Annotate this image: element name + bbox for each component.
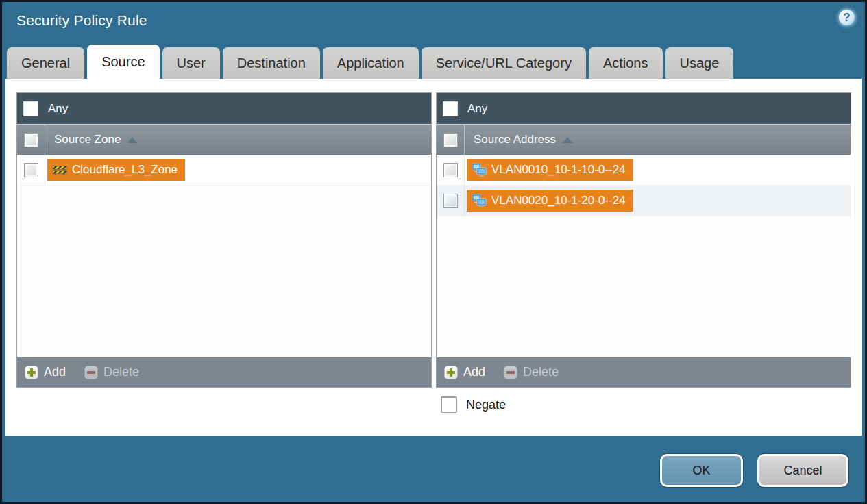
address-chip[interactable]: VLAN0020_10-1-20-0--24 <box>467 190 633 212</box>
add-label: Add <box>463 365 485 379</box>
source-zone-toolbar: Add Delete <box>17 357 431 387</box>
source-tab-content: Any Source Zone <box>5 79 862 436</box>
add-plus-icon <box>444 366 458 379</box>
table-row: VLAN0020_10-1-20-0--24 <box>437 186 851 216</box>
address-name: VLAN0020_10-1-20-0--24 <box>491 194 626 207</box>
address-icon <box>472 163 487 177</box>
zone-icon <box>52 164 67 176</box>
source-address-any-checkbox[interactable] <box>443 101 458 116</box>
zone-chip[interactable]: Cloudflare_L3_Zone <box>47 159 185 181</box>
source-zone-list: Cloudflare_L3_Zone <box>17 155 431 357</box>
delete-button[interactable]: Delete <box>504 365 559 379</box>
source-address-panel: Any Source Address <box>436 92 851 388</box>
source-zone-any-header: Any <box>17 93 431 124</box>
security-policy-rule-dialog: Security Policy Rule ? General Source Us… <box>0 0 867 504</box>
source-address-any-label: Any <box>467 102 487 116</box>
source-zone-column-title[interactable]: Source Zone <box>54 133 121 147</box>
tab-destination[interactable]: Destination <box>223 47 320 79</box>
tab-general[interactable]: General <box>7 47 84 79</box>
row-checkbox[interactable] <box>443 163 458 177</box>
sort-ascending-icon[interactable] <box>127 137 137 143</box>
source-address-list: VLAN0010_10-1-10-0--24 <box>437 155 851 357</box>
source-zone-panel: Any Source Zone <box>16 92 432 388</box>
delete-label: Delete <box>103 365 139 379</box>
delete-minus-icon <box>84 366 98 379</box>
delete-label: Delete <box>523 365 559 379</box>
delete-button[interactable]: Delete <box>84 365 139 379</box>
address-name: VLAN0010_10-1-10-0--24 <box>491 163 626 177</box>
delete-minus-icon <box>504 366 517 379</box>
negate-row: Negate <box>441 396 506 413</box>
ok-button[interactable]: OK <box>660 454 743 487</box>
source-zone-any-checkbox[interactable] <box>23 101 38 116</box>
dialog-title: Security Policy Rule <box>16 12 147 29</box>
tab-bar: General Source User Destination Applicat… <box>7 45 733 79</box>
tab-user[interactable]: User <box>162 47 220 79</box>
source-address-column-header-row: Source Address <box>437 124 851 155</box>
cancel-button[interactable]: Cancel <box>757 454 848 487</box>
negate-label: Negate <box>466 398 506 412</box>
source-address-column-title[interactable]: Source Address <box>474 133 556 147</box>
tab-source[interactable]: Source <box>87 45 159 79</box>
address-chip[interactable]: VLAN0010_10-1-10-0--24 <box>467 159 633 181</box>
tab-actions[interactable]: Actions <box>589 47 663 79</box>
source-address-toolbar: Add Delete <box>437 357 851 387</box>
table-row: Cloudflare_L3_Zone <box>17 155 431 186</box>
negate-checkbox[interactable] <box>441 396 457 413</box>
add-button[interactable]: Add <box>444 365 485 379</box>
source-zone-column-header-row: Source Zone <box>17 124 431 155</box>
table-row: VLAN0010_10-1-10-0--24 <box>437 155 851 186</box>
add-plus-icon <box>25 366 38 379</box>
tab-application[interactable]: Application <box>323 47 419 79</box>
sort-ascending-icon[interactable] <box>563 137 572 143</box>
source-address-select-all-checkbox[interactable] <box>443 133 458 147</box>
source-address-any-header: Any <box>437 93 851 124</box>
row-checkbox[interactable] <box>24 163 38 177</box>
source-zone-select-all-checkbox[interactable] <box>24 133 38 147</box>
add-button[interactable]: Add <box>25 365 66 379</box>
source-zone-any-label: Any <box>48 102 68 116</box>
tab-service-url-category[interactable]: Service/URL Category <box>422 47 586 79</box>
zone-name: Cloudflare_L3_Zone <box>72 163 178 177</box>
tab-usage[interactable]: Usage <box>665 47 734 79</box>
help-icon[interactable]: ? <box>838 8 856 27</box>
add-label: Add <box>44 365 66 379</box>
row-checkbox[interactable] <box>443 194 458 208</box>
address-icon <box>472 194 487 207</box>
